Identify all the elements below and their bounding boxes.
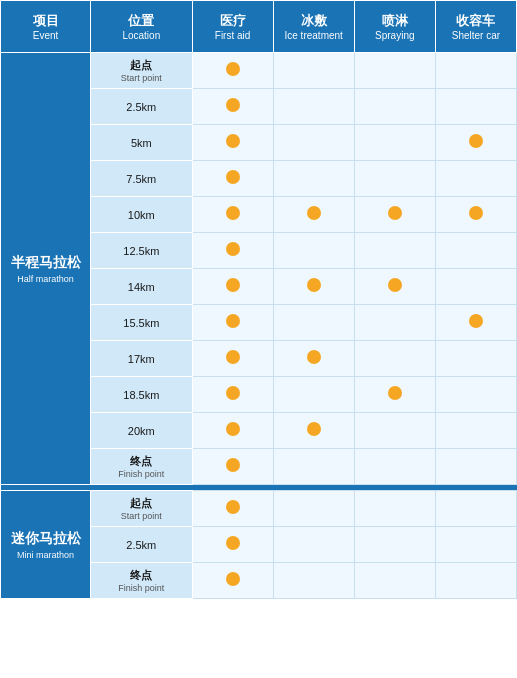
table-row: 半程马拉松Half marathon起点Start point [1,53,517,89]
location-cell: 2.5km [91,527,192,563]
col-ice-header: 冰敷 Ice treatment [273,1,354,53]
dot-indicator [226,422,240,436]
dot-indicator [226,314,240,328]
cell-ice [273,89,354,125]
location-cell: 起点Start point [91,53,192,89]
cell-ice [273,377,354,413]
cell-shelter [435,89,516,125]
cell-shelter [435,341,516,377]
location-cell: 18.5km [91,377,192,413]
table-row: 迷你马拉松Mini marathon起点Start point [1,491,517,527]
cell-firstaid [192,449,273,485]
event-label: 半程马拉松Half marathon [1,53,91,485]
cell-firstaid [192,341,273,377]
cell-spray [354,89,435,125]
location-cell: 终点Finish point [91,449,192,485]
dot-indicator [226,98,240,112]
dot-indicator [388,206,402,220]
cell-spray [354,527,435,563]
dot-indicator [469,314,483,328]
dot-indicator [226,572,240,586]
dot-indicator [226,278,240,292]
cell-shelter [435,377,516,413]
cell-firstaid [192,125,273,161]
cell-spray [354,449,435,485]
dot-indicator [388,278,402,292]
cell-firstaid [192,161,273,197]
col-shelter-header: 收容车 Shelter car [435,1,516,53]
cell-firstaid [192,563,273,599]
location-cell: 17km [91,341,192,377]
location-cell: 14km [91,269,192,305]
location-cell: 2.5km [91,89,192,125]
dot-indicator [226,500,240,514]
location-cell: 12.5km [91,233,192,269]
dot-indicator [226,386,240,400]
dot-indicator [226,170,240,184]
col-location-header: 位置 Location [91,1,192,53]
dot-indicator [226,536,240,550]
cell-ice [273,491,354,527]
cell-firstaid [192,53,273,89]
dot-indicator [226,350,240,364]
cell-firstaid [192,305,273,341]
cell-spray [354,491,435,527]
event-label: 迷你马拉松Mini marathon [1,491,91,599]
col-event-header: 项目 Event [1,1,91,53]
dot-indicator [226,242,240,256]
cell-ice [273,527,354,563]
cell-ice [273,563,354,599]
dot-indicator [226,206,240,220]
cell-ice [273,125,354,161]
cell-spray [354,413,435,449]
location-cell: 20km [91,413,192,449]
cell-firstaid [192,491,273,527]
dot-indicator [226,458,240,472]
cell-shelter [435,269,516,305]
dot-indicator [226,134,240,148]
cell-spray [354,125,435,161]
location-cell: 5km [91,125,192,161]
cell-shelter [435,563,516,599]
location-cell: 终点Finish point [91,563,192,599]
cell-shelter [435,413,516,449]
cell-firstaid [192,197,273,233]
cell-shelter [435,527,516,563]
cell-shelter [435,491,516,527]
cell-ice [273,269,354,305]
dot-indicator [307,422,321,436]
dot-indicator [388,386,402,400]
dot-indicator [469,206,483,220]
location-cell: 15.5km [91,305,192,341]
cell-spray [354,161,435,197]
cell-firstaid [192,527,273,563]
cell-shelter [435,197,516,233]
cell-firstaid [192,377,273,413]
dot-indicator [307,206,321,220]
cell-firstaid [192,269,273,305]
cell-shelter [435,161,516,197]
dot-indicator [469,134,483,148]
cell-firstaid [192,89,273,125]
cell-shelter [435,305,516,341]
cell-ice [273,413,354,449]
location-cell: 7.5km [91,161,192,197]
dot-indicator [307,350,321,364]
cell-ice [273,305,354,341]
col-firstaid-header: 医疗 First aid [192,1,273,53]
cell-ice [273,197,354,233]
cell-ice [273,161,354,197]
cell-firstaid [192,233,273,269]
dot-indicator [226,62,240,76]
cell-shelter [435,233,516,269]
cell-ice [273,53,354,89]
cell-spray [354,563,435,599]
cell-shelter [435,125,516,161]
cell-ice [273,233,354,269]
location-cell: 起点Start point [91,491,192,527]
cell-spray [354,269,435,305]
cell-firstaid [192,413,273,449]
cell-ice [273,341,354,377]
dot-indicator [307,278,321,292]
cell-spray [354,305,435,341]
